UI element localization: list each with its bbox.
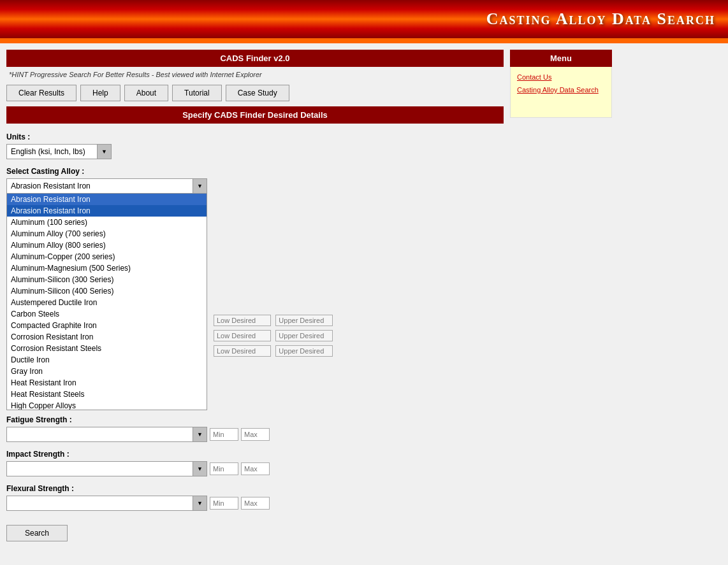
list-item[interactable]: Aluminum-Magnesium (500 Series) [7, 262, 207, 274]
alloy-label: Select Casting Alloy : [6, 167, 504, 176]
list-item[interactable]: Gray Iron [7, 366, 207, 377]
impact-strength-row: Impact Strength : ▼ [6, 450, 504, 476]
units-label: Units : [6, 132, 504, 141]
specify-section-header: Specify CADS Finder Desired Details [6, 106, 504, 124]
list-item[interactable]: Corrosion Resistant Iron [7, 331, 207, 343]
hint-text: *HINT Progressive Search For Better Resu… [6, 67, 504, 82]
fatigue-min-input[interactable] [210, 428, 238, 441]
impact-dropdown-arrow[interactable]: ▼ [193, 462, 207, 476]
alloy-section: Select Casting Alloy : Abrasion Resistan… [6, 167, 504, 410]
list-item[interactable]: Ductile Iron [7, 354, 207, 366]
menu-header: Menu [510, 50, 612, 67]
list-item[interactable]: High Copper Alloys [7, 400, 207, 410]
right-panel: Menu Contact Us Casting Alloy Data Searc… [510, 50, 612, 541]
fatigue-dropdown-value [7, 428, 193, 441]
fatigue-max-input[interactable] [241, 428, 270, 441]
search-button[interactable]: Search [6, 525, 68, 541]
alloy-listbox[interactable]: Abrasion Resistant Iron Abrasion Resista… [6, 194, 207, 410]
list-item[interactable]: Compacted Graphite Iron [7, 320, 207, 331]
prop-upper-input-3[interactable] [275, 345, 333, 357]
orange-divider [0, 38, 728, 43]
list-item[interactable]: Austempered Ductile Iron [7, 297, 207, 308]
list-item[interactable]: Heat Resistant Steels [7, 389, 207, 400]
casting-alloy-link[interactable]: Casting Alloy Data Search [517, 86, 605, 94]
list-item[interactable]: Aluminum Alloy (800 series) [7, 240, 207, 251]
nav-buttons-row: Clear Results Help About Tutorial Case S… [6, 82, 504, 106]
prop-low-input-2[interactable] [214, 330, 271, 341]
alloy-dropdown-header[interactable]: Abrasion Resistant Iron ▼ [6, 178, 207, 194]
help-button[interactable]: Help [80, 85, 120, 101]
flexural-strength-label: Flexural Strength : [6, 484, 504, 493]
prop-upper-input-2[interactable] [275, 330, 333, 341]
list-item[interactable]: Aluminum Alloy (700 series) [7, 228, 207, 240]
list-item[interactable]: Abrasion Resistant Iron [7, 205, 207, 217]
flexural-max-input[interactable] [241, 497, 270, 510]
fatigue-strength-row: Fatigue Strength : ▼ [6, 415, 504, 442]
units-dropdown[interactable]: English (ksi, Inch, lbs) ▼ [6, 144, 112, 159]
prop-upper-input-1[interactable] [275, 315, 333, 326]
units-selected-value: English (ksi, Inch, lbs) [7, 145, 97, 158]
impact-dropdown-value [7, 462, 193, 475]
main-layout: CADS Finder v2.0 *HINT Progressive Searc… [0, 43, 728, 548]
units-section: Units : English (ksi, Inch, lbs) ▼ [6, 130, 504, 162]
list-item[interactable]: Heat Resistant Iron [7, 377, 207, 389]
impact-min-input[interactable] [210, 462, 238, 475]
flexural-strength-row: Flexural Strength : ▼ [6, 484, 504, 511]
impact-strength-label: Impact Strength : [6, 450, 504, 459]
impact-max-input[interactable] [241, 462, 270, 475]
fatigue-strength-controls: ▼ [6, 427, 504, 442]
impact-strength-controls: ▼ [6, 461, 504, 476]
prop-low-input-1[interactable] [214, 315, 271, 326]
list-item[interactable]: Aluminum (100 series) [7, 217, 207, 228]
left-panel: CADS Finder v2.0 *HINT Progressive Searc… [6, 50, 504, 541]
property-inputs-panel [214, 178, 333, 357]
prop-row-1 [214, 315, 333, 326]
prop-low-input-3[interactable] [214, 345, 271, 357]
prop-row-3 [214, 345, 333, 357]
cads-title: CADS Finder v2.0 [220, 54, 289, 63]
alloy-selected-display: Abrasion Resistant Iron [7, 180, 193, 192]
fatigue-strength-section: Fatigue Strength : ▼ Impact Strength : [6, 415, 504, 511]
flexural-dropdown-arrow[interactable]: ▼ [193, 496, 207, 510]
alloy-row: Abrasion Resistant Iron ▼ Abrasion Resis… [6, 178, 504, 410]
list-item[interactable]: Aluminum-Silicon (300 Series) [7, 274, 207, 285]
prop-row-2 [214, 330, 333, 341]
flexural-strength-dropdown[interactable]: ▼ [6, 496, 207, 511]
list-item[interactable]: Aluminum-Copper (200 series) [7, 251, 207, 262]
case-study-button[interactable]: Case Study [226, 85, 289, 101]
menu-content: Contact Us Casting Alloy Data Search [510, 67, 612, 118]
units-dropdown-arrow[interactable]: ▼ [97, 145, 111, 159]
list-item[interactable]: Aluminum-Silicon (400 Series) [7, 285, 207, 297]
fatigue-strength-label: Fatigue Strength : [6, 415, 504, 424]
list-item[interactable]: Corrosion Resistant Steels [7, 343, 207, 354]
fatigue-strength-dropdown[interactable]: ▼ [6, 427, 207, 442]
tutorial-button[interactable]: Tutorial [172, 85, 222, 101]
flexural-strength-controls: ▼ [6, 496, 504, 511]
alloy-select-container: Abrasion Resistant Iron ▼ Abrasion Resis… [6, 178, 207, 410]
clear-results-button[interactable]: Clear Results [6, 85, 76, 101]
cads-header-bar: CADS Finder v2.0 [6, 50, 504, 67]
header-banner: Casting Alloy Data Search [0, 0, 728, 38]
alloy-dropdown-arrow[interactable]: ▼ [193, 179, 207, 193]
about-button[interactable]: About [124, 85, 168, 101]
impact-strength-dropdown[interactable]: ▼ [6, 461, 207, 476]
list-item[interactable]: Carbon Steels [7, 308, 207, 320]
app-title: Casting Alloy Data Search [486, 10, 715, 29]
flexural-dropdown-value [7, 497, 193, 510]
flexural-min-input[interactable] [210, 497, 238, 510]
contact-us-link[interactable]: Contact Us [517, 73, 605, 81]
fatigue-dropdown-arrow[interactable]: ▼ [193, 427, 207, 441]
list-item[interactable]: Abrasion Resistant Iron [7, 194, 207, 205]
